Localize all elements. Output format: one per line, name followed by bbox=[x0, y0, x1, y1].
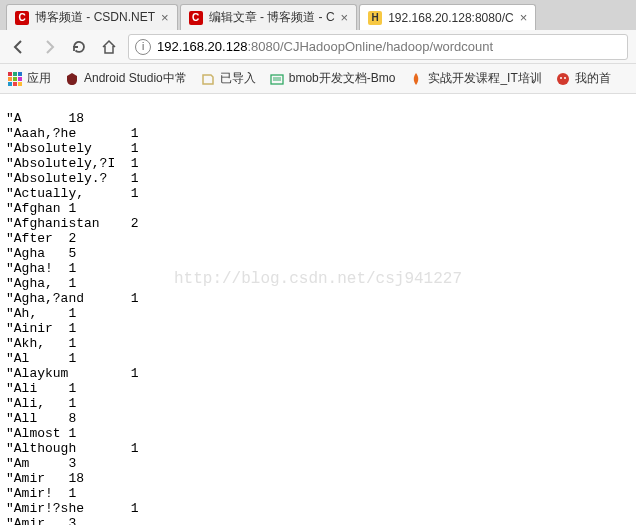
apps-icon bbox=[8, 72, 22, 86]
bookmark-label: 已导入 bbox=[220, 70, 256, 87]
close-icon[interactable]: × bbox=[520, 10, 528, 25]
close-icon[interactable]: × bbox=[341, 10, 349, 25]
bookmark-label: bmob开发文档-Bmo bbox=[289, 70, 396, 87]
url-host: 192.168.20.128 bbox=[157, 39, 247, 54]
close-icon[interactable]: × bbox=[161, 10, 169, 25]
svg-point-2 bbox=[560, 77, 562, 79]
svg-point-3 bbox=[564, 77, 566, 79]
bookmark-label: 实战开发课程_IT培训 bbox=[428, 70, 541, 87]
bookmark-item[interactable]: 已导入 bbox=[201, 70, 256, 87]
home-button[interactable] bbox=[98, 36, 120, 58]
bookmark-icon bbox=[556, 72, 570, 86]
browser-tab[interactable]: H192.168.20.128:8080/C× bbox=[359, 4, 536, 30]
wordcount-output: "A 18 "Aaah,?he 1 "Absolutely 1 "Absolut… bbox=[0, 107, 636, 525]
tab-title: 博客频道 - CSDN.NET bbox=[35, 9, 155, 26]
bookmark-item[interactable]: 实战开发课程_IT培训 bbox=[409, 70, 541, 87]
url-path: :8080/CJHadoopOnline/hadoop/wordcount bbox=[247, 39, 493, 54]
bookmark-label: Android Studio中常 bbox=[84, 70, 187, 87]
browser-tab[interactable]: C编辑文章 - 博客频道 - C× bbox=[180, 4, 358, 30]
bookmark-icon bbox=[65, 72, 79, 86]
tab-title: 192.168.20.128:8080/C bbox=[388, 11, 513, 25]
favicon-icon: C bbox=[15, 11, 29, 25]
forward-button[interactable] bbox=[38, 36, 60, 58]
apps-button[interactable]: 应用 bbox=[8, 70, 51, 87]
browser-tab[interactable]: C博客频道 - CSDN.NET× bbox=[6, 4, 178, 30]
bookmark-item[interactable]: 我的首 bbox=[556, 70, 611, 87]
apps-label: 应用 bbox=[27, 70, 51, 87]
favicon-icon: C bbox=[189, 11, 203, 25]
bookmark-label: 我的首 bbox=[575, 70, 611, 87]
favicon-icon: H bbox=[368, 11, 382, 25]
tab-title: 编辑文章 - 博客频道 - C bbox=[209, 9, 335, 26]
bookmark-icon bbox=[201, 72, 215, 86]
tab-bar: C博客频道 - CSDN.NET×C编辑文章 - 博客频道 - C×H192.1… bbox=[0, 0, 636, 30]
bookmarks-bar: 应用 Android Studio中常已导入bmob开发文档-Bmo实战开发课程… bbox=[0, 64, 636, 94]
bookmark-item[interactable]: bmob开发文档-Bmo bbox=[270, 70, 396, 87]
url-input[interactable]: i 192.168.20.128:8080/CJHadoopOnline/had… bbox=[128, 34, 628, 60]
svg-point-1 bbox=[557, 73, 569, 85]
bookmark-item[interactable]: Android Studio中常 bbox=[65, 70, 187, 87]
address-bar: i 192.168.20.128:8080/CJHadoopOnline/had… bbox=[0, 30, 636, 64]
reload-button[interactable] bbox=[68, 36, 90, 58]
site-info-icon[interactable]: i bbox=[135, 39, 151, 55]
bookmark-icon bbox=[270, 72, 284, 86]
bookmark-icon bbox=[409, 72, 423, 86]
back-button[interactable] bbox=[8, 36, 30, 58]
